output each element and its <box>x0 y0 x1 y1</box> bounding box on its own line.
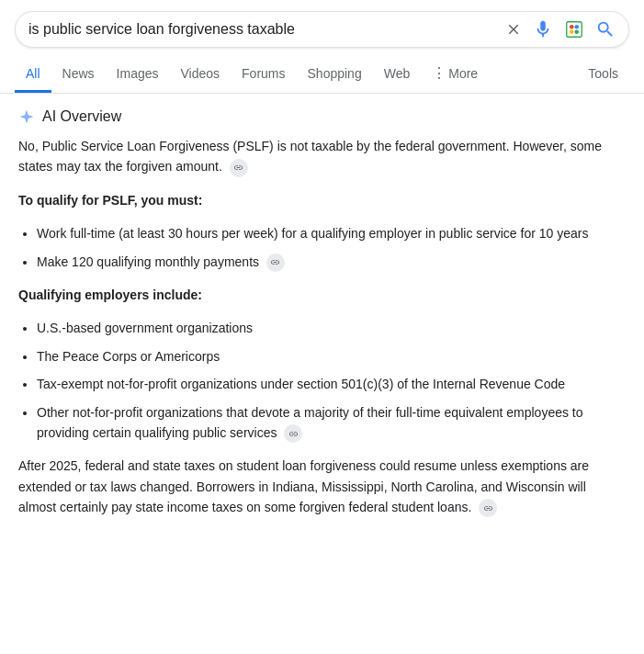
link-icon <box>270 257 280 267</box>
link-icon <box>483 503 493 513</box>
ai-footer-paragraph: After 2025, federal and state taxes on s… <box>18 456 626 517</box>
ai-overview-title: AI Overview <box>42 108 121 125</box>
list-item: Other not-for-profit organizations that … <box>37 402 626 444</box>
more-dots-icon: ⋮ <box>432 64 446 82</box>
search-button[interactable] <box>595 19 616 39</box>
tabs-container: All News Images Videos Forums Shopping W… <box>0 55 644 94</box>
employers-list: U.S.-based government organizations The … <box>37 318 626 443</box>
employers-heading: Qualifying employers include: <box>18 285 626 305</box>
qualify-link-icon[interactable] <box>266 254 285 272</box>
microphone-icon <box>533 19 553 39</box>
ai-intro-paragraph: No, Public Service Loan Forgiveness (PSL… <box>18 136 626 177</box>
employer-link-icon[interactable] <box>284 424 302 443</box>
tab-web[interactable]: Web <box>373 57 422 93</box>
svg-point-3 <box>570 29 574 34</box>
main-content: AI Overview No, Public Service Loan Forg… <box>0 94 644 545</box>
intro-link-icon[interactable] <box>230 159 248 177</box>
microphone-button[interactable] <box>533 19 553 39</box>
clear-button[interactable] <box>505 21 522 38</box>
svg-point-4 <box>574 29 579 34</box>
search-bar <box>15 11 629 48</box>
list-item: Work full-time (at least 30 hours per we… <box>37 223 626 243</box>
tab-forums[interactable]: Forums <box>231 57 296 93</box>
list-item: The Peace Corps or Americorps <box>37 346 626 366</box>
lens-button[interactable] <box>564 19 584 39</box>
search-icon <box>595 19 616 39</box>
footer-link-icon[interactable] <box>479 499 497 517</box>
search-input[interactable] <box>28 21 505 38</box>
list-item: U.S.-based government organizations <box>37 318 626 338</box>
qualify-heading: To qualify for PSLF, you must: <box>18 190 626 210</box>
list-item: Make 120 qualifying monthly payments <box>37 252 626 272</box>
link-icon <box>288 429 299 439</box>
ai-overview-header: AI Overview <box>18 108 626 125</box>
tab-more[interactable]: ⋮ More <box>421 55 489 94</box>
tab-news[interactable]: News <box>51 57 106 93</box>
search-bar-container <box>0 0 644 48</box>
svg-point-2 <box>574 25 579 29</box>
list-item: Tax-exempt not-for-profit organizations … <box>37 374 626 394</box>
close-icon <box>505 21 522 38</box>
tab-tools[interactable]: Tools <box>577 57 629 93</box>
tab-shopping[interactable]: Shopping <box>297 57 373 93</box>
link-icon <box>233 163 243 173</box>
svg-rect-0 <box>567 22 582 38</box>
tab-images[interactable]: Images <box>106 57 170 93</box>
tab-videos[interactable]: Videos <box>170 57 232 93</box>
ai-diamond-icon <box>18 108 35 125</box>
ai-overview-body: No, Public Service Loan Forgiveness (PSL… <box>18 136 626 517</box>
search-icons <box>505 19 616 39</box>
svg-point-1 <box>570 25 574 29</box>
tab-all[interactable]: All <box>15 57 51 93</box>
qualify-list: Work full-time (at least 30 hours per we… <box>37 223 626 272</box>
lens-icon <box>564 19 584 39</box>
